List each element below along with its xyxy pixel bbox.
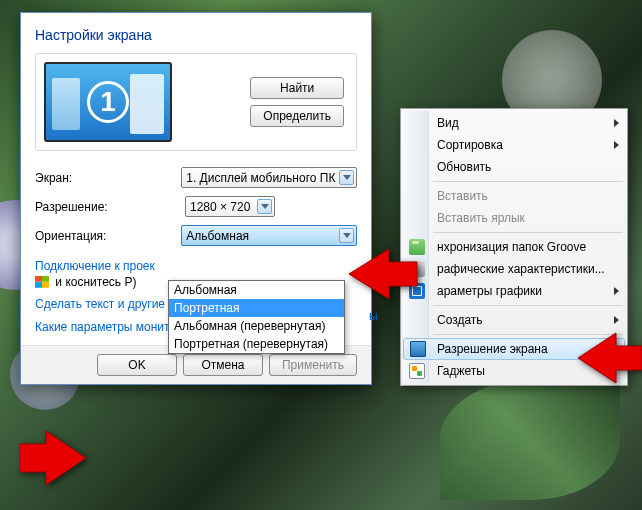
orientation-select-value: Альбомная xyxy=(186,229,249,243)
orientation-option[interactable]: Портретная xyxy=(169,299,344,317)
monitor-icon xyxy=(410,341,426,357)
context-separator xyxy=(433,181,623,182)
chevron-down-icon xyxy=(257,199,272,214)
submenu-arrow-icon xyxy=(614,316,619,324)
resolution-select[interactable]: 1280 × 720 xyxy=(185,196,275,217)
screen-select-value: 1. Дисплей мобильного ПК xyxy=(186,171,335,185)
screen-select[interactable]: 1. Дисплей мобильного ПК xyxy=(181,167,357,188)
apply-button[interactable]: Применить xyxy=(269,354,357,376)
context-item-sort[interactable]: Сортировка xyxy=(403,134,625,156)
orientation-dropdown: Альбомная Портретная Альбомная (переверн… xyxy=(168,280,345,354)
context-item-graphics[interactable]: рафические характеристики... xyxy=(403,258,625,280)
context-item-groove-sync[interactable]: нхронизация папок Groove xyxy=(403,236,625,258)
context-item-refresh[interactable]: Обновить xyxy=(403,156,625,178)
context-item-graphics-params[interactable]: араметры графики xyxy=(403,280,625,302)
cancel-button[interactable]: Отмена xyxy=(183,354,263,376)
projector-link[interactable]: Подключение к проек xyxy=(35,259,155,273)
chevron-down-icon xyxy=(339,170,354,185)
context-separator xyxy=(433,232,623,233)
windows-logo-icon xyxy=(35,276,49,288)
submenu-arrow-icon xyxy=(614,287,619,295)
identify-button[interactable]: Определить xyxy=(250,105,344,127)
truncated-link-fragment: ы xyxy=(369,309,378,323)
monitor-number: 1 xyxy=(87,81,129,123)
display-preview-group: 1 Найти Определить xyxy=(35,53,357,151)
background-decoration xyxy=(440,380,620,500)
projector-shortcut-text: и коснитесь P) xyxy=(55,275,136,289)
chevron-down-icon xyxy=(339,228,354,243)
resolution-label: Разрешение: xyxy=(35,200,175,214)
gadgets-icon xyxy=(409,363,425,379)
svg-marker-1 xyxy=(578,333,642,383)
submenu-arrow-icon xyxy=(614,141,619,149)
orientation-option[interactable]: Портретная (перевернутая) xyxy=(169,335,344,353)
resolution-select-value: 1280 × 720 xyxy=(190,200,250,214)
context-item-paste: Вставить xyxy=(403,185,625,207)
context-item-view[interactable]: Вид xyxy=(403,112,625,134)
window-title: Настройки экрана xyxy=(35,27,357,43)
context-separator xyxy=(433,305,623,306)
orientation-select[interactable]: Альбомная xyxy=(181,225,357,246)
find-button[interactable]: Найти xyxy=(250,77,344,99)
submenu-arrow-icon xyxy=(614,119,619,127)
context-item-create[interactable]: Создать xyxy=(403,309,625,331)
orientation-option[interactable]: Альбомная xyxy=(169,281,344,299)
ok-button[interactable]: OK xyxy=(97,354,177,376)
orientation-option[interactable]: Альбомная (перевернутая) xyxy=(169,317,344,335)
svg-marker-2 xyxy=(20,431,86,485)
svg-marker-0 xyxy=(349,249,417,299)
monitor-preview[interactable]: 1 xyxy=(44,62,172,142)
context-item-paste-shortcut: Вставить ярлык xyxy=(403,207,625,229)
screen-label: Экран: xyxy=(35,171,171,185)
orientation-label: Ориентация: xyxy=(35,229,171,243)
